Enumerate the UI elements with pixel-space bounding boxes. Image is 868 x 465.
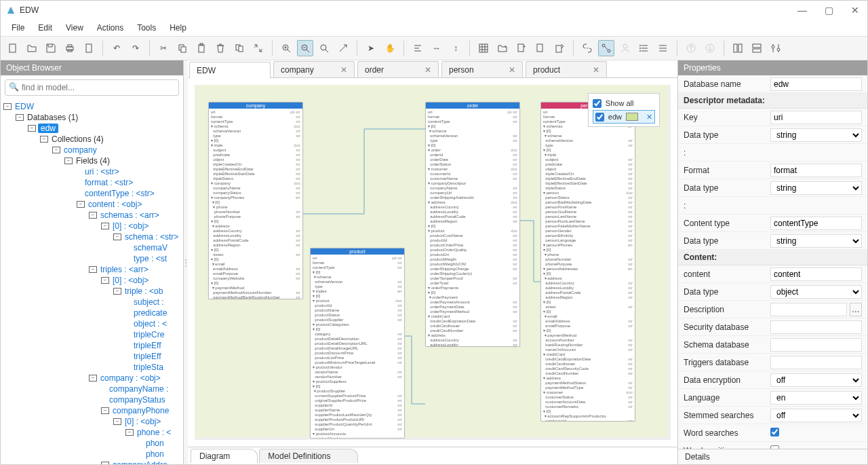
tree-triples[interactable]: triples : <arr> bbox=[99, 265, 150, 274]
layout1-icon[interactable] bbox=[730, 40, 746, 56]
distribute-h-icon[interactable]: ↔ bbox=[429, 40, 445, 56]
tree-type[interactable]: type : <st bbox=[132, 254, 168, 263]
description-input[interactable] bbox=[770, 303, 847, 316]
menu-view[interactable]: View bbox=[59, 21, 90, 35]
print-icon[interactable] bbox=[62, 40, 78, 56]
diagram-canvas[interactable]: company uripk str formatstr contentTypes… bbox=[195, 85, 671, 440]
tree-triple[interactable]: triple : <ob bbox=[123, 286, 164, 296]
redo-icon[interactable]: ↷ bbox=[127, 40, 144, 56]
security-db-input[interactable] bbox=[770, 320, 862, 334]
paste-icon[interactable] bbox=[193, 40, 210, 56]
open-folder-icon[interactable] bbox=[24, 40, 40, 56]
tree-companystatus[interactable]: companyStatus bbox=[108, 395, 167, 405]
relation-icon[interactable] bbox=[598, 40, 614, 56]
maximize-button[interactable]: ▢ bbox=[822, 5, 836, 16]
minimize-button[interactable]: — bbox=[795, 5, 810, 16]
user-icon[interactable] bbox=[617, 40, 633, 56]
tree-phon2[interactable]: phon bbox=[144, 449, 165, 459]
tree-tripleeff[interactable]: tripleEff bbox=[132, 341, 162, 350]
new-doc2-icon[interactable] bbox=[532, 40, 549, 56]
layers-legend[interactable]: Show all edw ✕ bbox=[588, 93, 660, 127]
page-icon[interactable] bbox=[81, 40, 97, 56]
tree-coll-company[interactable]: company bbox=[62, 145, 98, 155]
close-icon[interactable]: ✕ bbox=[334, 65, 347, 75]
tree-schemas-0[interactable]: [0] : <obj> bbox=[111, 221, 150, 231]
grid-icon[interactable] bbox=[475, 40, 492, 56]
close-icon[interactable]: ✕ bbox=[418, 65, 431, 75]
tree-field-contenttype[interactable]: contentType : <str> bbox=[83, 189, 156, 198]
tree-object[interactable]: object : < bbox=[132, 319, 168, 329]
cut-icon[interactable]: ✂ bbox=[155, 40, 172, 56]
entity-person[interactable]: person uripk str formatstr contentTypest… bbox=[540, 102, 635, 422]
close-icon[interactable]: ✕ bbox=[502, 65, 515, 75]
tree-phone-idx[interactable]: [0] : <obj> bbox=[123, 417, 162, 426]
save-icon[interactable] bbox=[43, 40, 59, 56]
zoom-reset-icon[interactable] bbox=[316, 40, 332, 56]
tree-companyaddr[interactable]: companyAddre bbox=[111, 460, 169, 464]
layer-edw-checkbox[interactable] bbox=[595, 113, 604, 122]
datatype-select[interactable]: string bbox=[770, 128, 862, 142]
copy-icon[interactable] bbox=[174, 40, 191, 56]
language-select[interactable]: en bbox=[770, 391, 862, 405]
tree-phon1[interactable]: phon bbox=[144, 439, 165, 448]
tree-companyphone[interactable]: companyPhone bbox=[111, 406, 170, 415]
duplicate-icon[interactable] bbox=[231, 40, 248, 56]
show-all-checkbox[interactable] bbox=[593, 99, 601, 108]
tree-companyname[interactable]: companyName : bbox=[108, 384, 170, 394]
datatype-select[interactable]: string bbox=[770, 234, 862, 248]
format-input[interactable] bbox=[770, 164, 862, 177]
nav-up-icon[interactable] bbox=[683, 40, 699, 56]
tab-company[interactable]: company✕ bbox=[273, 61, 355, 77]
entity-product[interactable]: product uripk str formatstr contentTypes… bbox=[310, 248, 405, 439]
menu-actions[interactable]: Actions bbox=[90, 21, 130, 35]
menu-tools[interactable]: Tools bbox=[130, 21, 163, 35]
word-searches-checkbox[interactable] bbox=[770, 428, 779, 436]
schema-db-input[interactable] bbox=[770, 338, 862, 352]
tree-schema[interactable]: schema : <str> bbox=[123, 232, 180, 242]
fit-icon[interactable] bbox=[335, 40, 351, 56]
object-tree[interactable]: −EDW −Databases (1) −edw −Collections (4… bbox=[1, 100, 183, 464]
align-left-icon[interactable] bbox=[410, 40, 426, 56]
zoom-out-icon[interactable] bbox=[297, 40, 313, 56]
tree-triplecre[interactable]: tripleCre bbox=[132, 330, 165, 339]
tab-product[interactable]: product✕ bbox=[526, 61, 607, 77]
close-icon[interactable]: ✕ bbox=[586, 65, 599, 75]
tree-fields[interactable]: Fields (4) bbox=[75, 156, 111, 166]
tab-edw[interactable]: EDW bbox=[189, 62, 271, 78]
undo-icon[interactable]: ↶ bbox=[108, 40, 125, 56]
bottom-tab-diagram[interactable]: Diagram bbox=[191, 449, 258, 463]
new-doc-icon[interactable]: + bbox=[513, 40, 530, 56]
menu-file[interactable]: File bbox=[5, 21, 31, 35]
tab-person[interactable]: person✕ bbox=[441, 61, 523, 77]
list-icon[interactable] bbox=[636, 40, 652, 56]
bottom-tab-model-defs[interactable]: Model Definitions bbox=[259, 449, 358, 463]
tree-phone[interactable]: phone : < bbox=[136, 428, 172, 437]
close-icon[interactable]: ✕ bbox=[646, 113, 652, 122]
new-folder-icon[interactable]: + bbox=[494, 40, 511, 56]
zoom-in-icon[interactable] bbox=[278, 40, 294, 56]
search-input[interactable] bbox=[5, 79, 179, 96]
settings-icon[interactable] bbox=[768, 40, 784, 56]
tree-predicate[interactable]: predicate bbox=[132, 308, 168, 318]
datatype-select[interactable]: string bbox=[770, 181, 862, 195]
new-file-icon[interactable] bbox=[5, 40, 21, 56]
tree-subject[interactable]: subject : bbox=[132, 297, 165, 307]
layout2-icon[interactable] bbox=[749, 40, 765, 56]
tree-field-content[interactable]: content : <obj> bbox=[87, 200, 143, 209]
content-input[interactable] bbox=[770, 267, 862, 281]
entity-order[interactable]: order uripk str formatstr contentTypestr… bbox=[425, 102, 520, 347]
tree-root[interactable]: EDW bbox=[14, 102, 35, 111]
hand-icon[interactable]: ✋ bbox=[382, 40, 398, 56]
contenttype-input[interactable] bbox=[770, 217, 862, 230]
tab-order[interactable]: order✕ bbox=[357, 61, 439, 77]
list2-icon[interactable] bbox=[655, 40, 671, 56]
tree-field-format[interactable]: format : <str> bbox=[83, 178, 134, 187]
export-icon[interactable] bbox=[551, 40, 568, 56]
tree-databases[interactable]: Databases (1) bbox=[26, 113, 79, 122]
link-icon[interactable] bbox=[579, 40, 595, 56]
tree-company[interactable]: company : <obj> bbox=[99, 373, 162, 383]
tree-schemav[interactable]: schemaV bbox=[132, 243, 169, 253]
key-input[interactable] bbox=[770, 111, 862, 124]
tree-collections[interactable]: Collections (4) bbox=[50, 134, 105, 144]
expand-icon[interactable] bbox=[250, 40, 267, 56]
